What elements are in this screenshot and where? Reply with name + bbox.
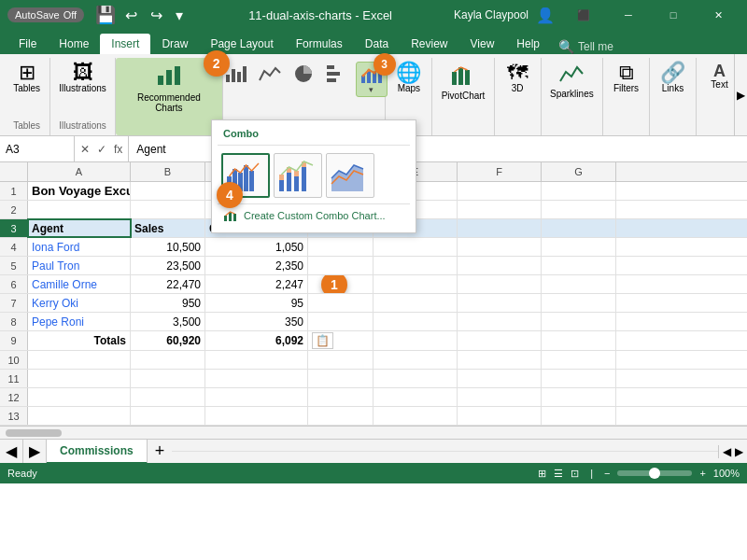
h-scroll-thumb[interactable] (6, 429, 62, 437)
cell-c12[interactable] (205, 388, 308, 406)
text-button[interactable]: A Text (701, 60, 739, 92)
autosave-toggle[interactable]: AutoSave Off (7, 7, 84, 22)
cell-g4[interactable] (542, 238, 616, 256)
cell-g6[interactable] (542, 275, 616, 293)
cell-a11[interactable] (28, 370, 131, 387)
cell-f10[interactable] (458, 351, 542, 369)
cell-a8[interactable]: Pepe Roni (28, 313, 131, 330)
combo-area-item[interactable] (326, 153, 374, 198)
cell-b2[interactable] (131, 201, 205, 218)
cell-c8[interactable]: 350 (205, 313, 308, 330)
cell-b5[interactable]: 23,500 (131, 257, 205, 274)
close-button[interactable]: ✕ (697, 0, 740, 30)
col-header-b[interactable]: B (131, 162, 205, 181)
minimize-button[interactable]: ─ (607, 0, 650, 30)
cell-b7[interactable]: 950 (131, 294, 205, 312)
cell-g3[interactable] (542, 219, 616, 237)
recommended-charts-button[interactable]: Recommended Charts (121, 60, 217, 116)
cell-c10[interactable] (205, 351, 308, 369)
account-icon[interactable]: 👤 (536, 7, 555, 24)
ribbon-scroll-right[interactable]: ▶ (734, 54, 747, 135)
cell-b8[interactable]: 3,500 (131, 313, 205, 330)
cell-b4[interactable]: 10,500 (131, 238, 205, 256)
cell-reference[interactable]: A3 (0, 136, 75, 161)
zoom-slider[interactable] (617, 470, 692, 476)
cell-e5[interactable] (374, 257, 458, 274)
bar-chart-button[interactable] (322, 62, 352, 86)
cell-f2[interactable] (458, 201, 542, 218)
sparklines-button[interactable]: Sparklines (544, 60, 599, 102)
cell-e11[interactable] (374, 370, 458, 387)
col-header-a[interactable]: A (28, 162, 131, 181)
cell-f4[interactable] (458, 238, 542, 256)
maps-button[interactable]: 🌐 Maps (390, 60, 428, 96)
page-layout-icon[interactable]: ☰ (554, 468, 563, 480)
tab-home[interactable]: Home (48, 34, 100, 54)
cell-e13[interactable] (374, 407, 458, 425)
tab-data[interactable]: Data (354, 34, 400, 54)
cell-a2[interactable] (28, 201, 131, 218)
pivotchart-button[interactable]: PivotChart (436, 60, 491, 104)
cell-a12[interactable] (28, 388, 131, 406)
cell-d6[interactable]: 1 (308, 275, 374, 293)
nav-right-icon[interactable]: ▶ (735, 445, 743, 458)
zoom-slider-thumb[interactable] (649, 468, 660, 479)
cell-f1[interactable] (458, 182, 542, 200)
cell-a10[interactable] (28, 351, 131, 369)
cell-d11[interactable] (308, 370, 374, 387)
cell-f13[interactable] (458, 407, 542, 425)
cell-f12[interactable] (458, 388, 542, 406)
cell-b3[interactable]: Sales (131, 219, 205, 237)
tab-view[interactable]: View (459, 34, 506, 54)
cell-b12[interactable] (131, 388, 205, 406)
tab-draw[interactable]: Draw (150, 34, 199, 54)
combo-custom-button[interactable]: Create Custom Combo Chart... (218, 203, 410, 227)
cell-f7[interactable] (458, 294, 542, 312)
cell-g7[interactable] (542, 294, 616, 312)
illustrations-button[interactable]: 🖼 Illustrations (53, 60, 112, 96)
cell-g8[interactable] (542, 313, 616, 330)
links-button[interactable]: 🔗 Links (655, 60, 692, 96)
cell-g13[interactable] (542, 407, 616, 425)
cell-d5[interactable] (308, 257, 374, 274)
redo-icon[interactable]: ↪ (147, 5, 166, 26)
nav-left-icon[interactable]: ◀ (723, 445, 731, 458)
cell-e9[interactable] (374, 331, 458, 350)
cell-b10[interactable] (131, 351, 205, 369)
cell-d8[interactable] (308, 313, 374, 330)
tell-me-input[interactable]: Tell me (578, 40, 613, 53)
cell-g10[interactable] (542, 351, 616, 369)
cell-a7[interactable]: Kerry Oki (28, 294, 131, 312)
cell-a5[interactable]: Paul Tron (28, 257, 131, 274)
tab-review[interactable]: Review (400, 34, 458, 54)
cell-g5[interactable] (542, 257, 616, 274)
cell-c5[interactable]: 2,350 (205, 257, 308, 274)
tables-button[interactable]: ⊞ Tables (7, 60, 46, 96)
cell-e8[interactable] (374, 313, 458, 330)
paste-smart-tag[interactable]: 📋 (312, 332, 333, 349)
cell-c4[interactable]: 1,050 (205, 238, 308, 256)
cell-b6[interactable]: 22,470 (131, 275, 205, 293)
zoom-in-icon[interactable]: + (699, 468, 705, 479)
cell-g9[interactable] (542, 331, 616, 350)
confirm-icon[interactable]: ✓ (95, 141, 108, 158)
cell-b11[interactable] (131, 370, 205, 387)
cell-e12[interactable] (374, 388, 458, 406)
cell-a13[interactable] (28, 407, 131, 425)
cancel-icon[interactable]: ✕ (78, 141, 92, 158)
page-break-icon[interactable]: ⊡ (571, 468, 579, 480)
undo-icon[interactable]: ↩ (121, 5, 141, 26)
combo-stacked-bar-item[interactable] (274, 153, 322, 198)
cell-f8[interactable] (458, 313, 542, 330)
tab-insert[interactable]: Insert (100, 34, 150, 54)
zoom-out-icon[interactable]: − (604, 468, 610, 479)
tab-formulas[interactable]: Formulas (285, 34, 354, 54)
cell-a4[interactable]: Iona Ford (28, 238, 131, 256)
cell-d12[interactable] (308, 388, 374, 406)
cell-a1[interactable]: Bon Voyage Excursions (28, 182, 131, 200)
cell-e4[interactable] (374, 238, 458, 256)
tab-file[interactable]: File (7, 34, 48, 54)
pie-chart-button[interactable] (289, 62, 318, 86)
sheet-scroll-right[interactable]: ▶ (23, 440, 47, 464)
tab-help[interactable]: Help (505, 34, 551, 54)
